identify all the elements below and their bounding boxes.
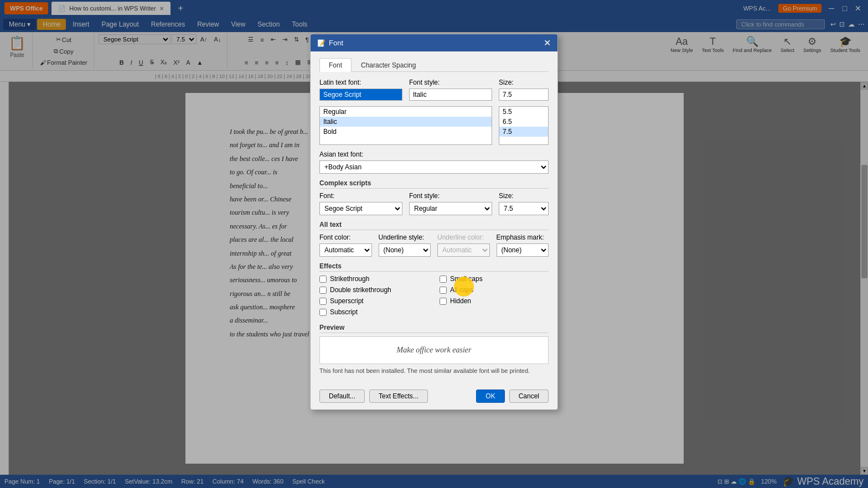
superscript-label: Superscript [330,297,364,305]
tab-font[interactable]: Font [319,58,352,72]
underline-color-col: Underline color: Automatic [437,233,490,257]
dialog-title-bar: 📝 Font ✕ [311,34,557,51]
effects-label: Effects [319,262,549,272]
small-caps-row: Small caps [440,275,549,283]
effects-col-right: Small caps All caps Hidden [440,275,549,319]
all-text-label: All text [319,221,549,230]
font-style-input[interactable] [409,89,492,101]
size-7-5[interactable]: 7.5 [499,127,548,137]
underline-color-select[interactable]: Automatic [437,243,490,257]
double-strikethrough-row: Double strikethrough [319,286,428,294]
double-strikethrough-label: Double strikethrough [330,286,391,294]
footer-left-buttons: Default... Text Effects... [319,390,428,403]
size-5-5[interactable]: 5.5 [499,107,548,117]
cancel-button[interactable]: Cancel [509,390,549,403]
font-style-listbox[interactable]: Regular Italic Bold [319,106,492,145]
dialog-footer: Default... Text Effects... OK Cancel [311,385,557,409]
complex-font-col: Font: Segoe Script [319,192,402,215]
strikethrough-checkbox[interactable] [319,276,327,283]
complex-scripts-row: Font: Segoe Script Font style: Regular S… [319,192,549,215]
dialog-overlay: 📝 Font ✕ Font Character Spacing Latin te… [0,0,868,488]
latin-font-row: Latin text font: Font style: Size: [319,79,549,101]
dialog-title: Font [329,39,343,47]
strikethrough-row: Strikethrough [319,275,428,283]
complex-style-col: Font style: Regular [409,192,492,215]
dialog-close-button[interactable]: ✕ [544,38,551,48]
font-size-col: Size: [499,79,549,101]
complex-size-col: Size: 7.5 [499,192,549,215]
hidden-label: Hidden [450,297,471,305]
complex-size-label: Size: [499,192,549,200]
underline-style-select[interactable]: (None) [379,243,431,257]
effects-col-left: Strikethrough Double strikethrough Super… [319,275,428,319]
style-italic[interactable]: Italic [320,117,492,127]
all-caps-row: All caps [440,286,549,294]
size-6-5[interactable]: 6.5 [499,117,548,127]
font-color-select[interactable]: Automatic [319,243,372,257]
latin-font-col: Latin text font: [319,79,402,101]
style-size-listboxes: Regular Italic Bold 5.5 6.5 7.5 [319,106,549,145]
asian-font-label: Asian text font: [319,150,549,158]
asian-font-col: Asian text font: +Body Asian [319,150,549,174]
tab-character-spacing[interactable]: Character Spacing [352,58,425,72]
ok-button[interactable]: OK [476,390,504,403]
style-regular[interactable]: Regular [320,107,492,117]
underline-style-label: Underline style: [379,233,431,241]
asian-font-select[interactable]: +Body Asian [319,160,549,174]
complex-scripts-label: Complex scripts [319,179,549,189]
emphasis-mark-label: Emphasis mark: [497,233,549,241]
text-effects-button[interactable]: Text Effects... [369,390,428,403]
complex-style-label: Font style: [409,192,492,200]
font-size-listbox[interactable]: 5.5 6.5 7.5 [499,106,549,145]
font-color-label: Font color: [319,233,372,241]
underline-style-col: Underline style: (None) [379,233,431,257]
all-text-row: Font color: Automatic Underline style: (… [319,233,549,257]
subscript-label: Subscript [330,308,358,316]
underline-color-label: Underline color: [437,233,490,241]
strikethrough-label: Strikethrough [330,275,369,283]
small-caps-label: Small caps [450,275,483,283]
font-note: This font has not been installed. The mo… [319,367,549,374]
default-button[interactable]: Default... [319,390,365,403]
small-caps-checkbox[interactable] [440,276,447,283]
font-size-input[interactable] [499,89,549,101]
style-list-col: Regular Italic Bold [319,106,492,145]
font-style-label: Font style: [409,79,492,86]
dialog-logo-icon: 📝 [317,39,326,47]
font-style-col: Font style: [409,79,492,101]
dialog-body: Font Character Spacing Latin text font: … [311,51,557,385]
complex-font-select[interactable]: Segoe Script [319,202,402,215]
footer-right-buttons: OK Cancel [476,390,549,403]
latin-font-input[interactable] [319,89,402,101]
all-caps-label: All caps [450,286,473,294]
font-color-col: Font color: Automatic [319,233,372,257]
subscript-row: Subscript [319,308,428,316]
hidden-row: Hidden [440,297,549,305]
preview-text: Make office work easier [397,346,472,355]
superscript-row: Superscript [319,297,428,305]
emphasis-col: Emphasis mark: (None) [497,233,549,257]
complex-size-select[interactable]: 7.5 [499,202,549,215]
hidden-checkbox[interactable] [440,298,447,305]
complex-font-label: Font: [319,192,402,200]
font-dialog: 📝 Font ✕ Font Character Spacing Latin te… [310,34,558,410]
all-caps-checkbox[interactable] [440,287,447,294]
double-strikethrough-checkbox[interactable] [319,287,327,294]
preview-box: Make office work easier [319,336,549,364]
latin-font-label: Latin text font: [319,79,402,86]
complex-style-select[interactable]: Regular [409,202,492,215]
asian-font-row: Asian text font: +Body Asian [319,150,549,174]
style-bold[interactable]: Bold [320,127,492,137]
superscript-checkbox[interactable] [319,298,327,305]
effects-grid: Strikethrough Double strikethrough Super… [319,275,549,319]
font-size-label: Size: [499,79,549,86]
emphasis-mark-select[interactable]: (None) [497,243,549,257]
subscript-checkbox[interactable] [319,309,327,316]
preview-label: Preview [319,324,549,333]
dialog-tabs: Font Character Spacing [319,58,549,72]
size-list-col: 5.5 6.5 7.5 [499,106,549,145]
